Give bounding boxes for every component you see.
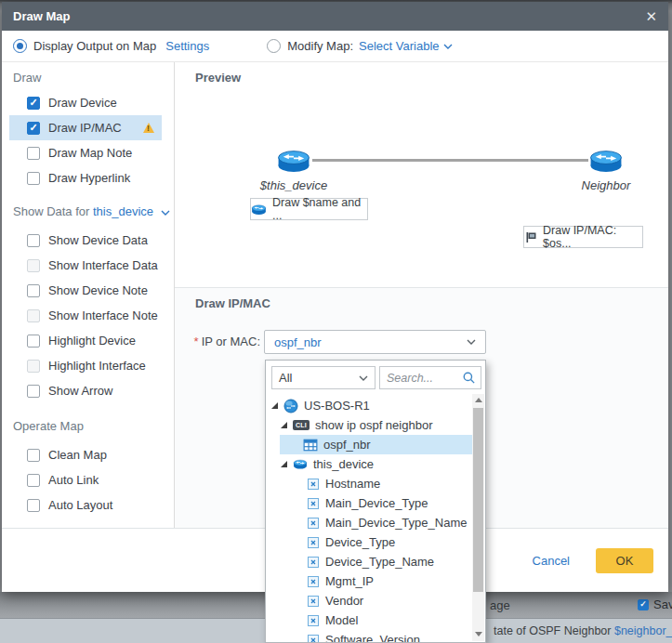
show-data-section-title: Show Data for this_device [13, 203, 174, 220]
operate-map-section-title: Operate Map [13, 418, 174, 435]
tree-scrollbar[interactable] [472, 394, 484, 641]
show-device-data-checkbox[interactable] [27, 234, 40, 247]
show-data-title-text: Show Data for [13, 204, 89, 218]
router-icon [251, 203, 267, 216]
sidebar-item-show-device-note[interactable]: Show Device Note [2, 278, 174, 303]
sidebar-item-auto-layout[interactable]: Auto Layout [2, 492, 174, 518]
variable-icon [307, 497, 320, 510]
draw-ipmac-action[interactable]: Draw IP/MAC: $os... [523, 226, 643, 248]
scroll-up-icon[interactable] [475, 398, 482, 402]
sidebar-item-show-device-data[interactable]: Show Device Data [2, 228, 174, 253]
tree-item-label: US-BOS-R1 [304, 399, 370, 413]
sidebar-item-show-interface-data[interactable]: Show Interface Data [2, 253, 174, 278]
chevron-down-icon [443, 44, 453, 49]
auto-link-checkbox[interactable] [27, 474, 40, 487]
select-variable-dropdown[interactable]: Select Variable [359, 39, 439, 53]
draw-ipmac-checkbox[interactable] [27, 122, 40, 135]
page: age Sav tate of OSPF Neighbor $neighbor_… [0, 0, 672, 643]
background-partial-text: age [490, 598, 510, 612]
tree-item-vendor[interactable]: Vendor [266, 591, 472, 610]
table-icon [303, 438, 318, 453]
search-box[interactable] [379, 366, 481, 389]
ok-button[interactable]: OK [596, 548, 653, 573]
auto-layout-checkbox[interactable] [27, 499, 40, 512]
draw-name-action[interactable]: Draw $name and ... [250, 198, 368, 220]
checkbox-label: Auto Link [48, 473, 99, 487]
save-label: Sav [653, 597, 672, 611]
background-variable-link[interactable]: $neighbor_id(US [614, 624, 672, 637]
search-icon[interactable] [462, 371, 476, 385]
sidebar-item-highlight-device[interactable]: Highlight Device [2, 328, 174, 353]
show-device-note-checkbox[interactable] [27, 284, 40, 297]
sidebar-item-draw-hyperlink[interactable]: Draw Hyperlink [2, 165, 174, 190]
clean-map-checkbox[interactable] [27, 449, 40, 462]
tree-item-model[interactable]: Model [266, 610, 472, 630]
checkbox-label: Draw Device [48, 96, 117, 110]
this-device-node-label: $this_device [229, 178, 359, 192]
chevron-down-icon [467, 339, 476, 345]
save-checkbox[interactable] [638, 599, 649, 610]
save-option[interactable]: Sav [638, 597, 672, 611]
tree-item-device-type[interactable]: Device_Type [266, 532, 472, 552]
filter-select[interactable]: All [271, 366, 376, 389]
combobox-value: ospf_nbr [274, 335, 322, 349]
tree-item-label: Software_Version [325, 633, 420, 642]
sidebar-item-draw-map-note[interactable]: Draw Map Note [2, 140, 174, 165]
router-icon[interactable] [588, 148, 624, 174]
tree-item-mgmt-ip[interactable]: Mgmt_IP [266, 571, 472, 591]
sidebar-item-show-arrow[interactable]: Show Arrow [2, 378, 174, 403]
tree-item-ospf-nbr[interactable]: ospf_nbr [280, 435, 472, 454]
checkbox-label: Show Interface Note [48, 308, 158, 322]
tree-item-software-version[interactable]: Software_Version [266, 630, 472, 642]
neighbor-node-label: Neighbor [541, 178, 671, 192]
settings-link[interactable]: Settings [165, 39, 209, 53]
draw-hyperlink-checkbox[interactable] [27, 172, 40, 185]
tree-item-main-device-type-name[interactable]: Main_Device_Type_Name [266, 513, 472, 532]
sidebar-item-show-interface-note[interactable]: Show Interface Note [2, 303, 174, 328]
draw-map-note-checkbox[interactable] [27, 147, 40, 160]
display-output-radio[interactable] [13, 39, 27, 53]
draw-section-title: Draw [13, 70, 174, 86]
link-line [312, 159, 588, 162]
show-arrow-checkbox[interactable] [27, 385, 40, 398]
expander-icon[interactable] [281, 461, 287, 467]
variable-icon [307, 478, 320, 491]
draw-device-checkbox[interactable] [27, 97, 40, 110]
variable-icon [307, 634, 320, 643]
close-icon[interactable]: ✕ [645, 8, 657, 25]
scrollbar-thumb[interactable] [473, 408, 483, 592]
expander-icon[interactable] [281, 422, 287, 428]
sidebar-item-clean-map[interactable]: Clean Map [2, 442, 174, 467]
device-icon [283, 399, 298, 413]
router-icon[interactable] [276, 148, 311, 174]
tree-item-label: Mgmt_IP [325, 574, 374, 588]
variable-icon [307, 536, 320, 549]
variable-icon [307, 614, 320, 627]
tree-item-label: Device_Type [325, 535, 395, 549]
tree-item-show-ip-ospf-neighbor[interactable]: CLI show ip ospf neighbor [266, 415, 472, 435]
tree-item-label: Vendor [325, 594, 363, 608]
tree-item-label: show ip ospf neighbor [315, 418, 432, 432]
tree-item-us-bos-r1[interactable]: US-BOS-R1 [266, 396, 472, 415]
this-device-link[interactable]: this_device [93, 204, 153, 218]
scroll-down-icon[interactable] [475, 632, 482, 636]
highlight-device-checkbox[interactable] [27, 335, 40, 348]
sidebar-item-auto-link[interactable]: Auto Link [2, 467, 174, 492]
tree-item-hostname[interactable]: Hostname [266, 474, 472, 493]
tree-item-this-device[interactable]: this_device [266, 454, 472, 474]
chevron-down-icon [161, 210, 170, 216]
draw-ipmac-title: Draw IP/MAC [195, 296, 270, 310]
sidebar-item-draw-device[interactable]: Draw Device [2, 90, 174, 115]
sidebar-item-draw-ipmac[interactable]: Draw IP/MAC [9, 115, 162, 140]
tree-item-device-type-name[interactable]: Device_Type_Name [266, 552, 472, 571]
expander-icon[interactable] [271, 402, 278, 409]
cancel-button[interactable]: Cancel [533, 554, 570, 568]
sidebar-item-highlight-interface[interactable]: Highlight Interface [2, 353, 174, 378]
variable-tree: US-BOS-R1 CLI show ip ospf neighbor ospf… [266, 394, 472, 642]
checkbox-label: Highlight Interface [48, 359, 146, 373]
search-input[interactable] [387, 372, 461, 385]
ip-or-mac-combobox[interactable]: ospf_nbr [264, 330, 486, 354]
tree-item-main-device-type[interactable]: Main_Device_Type [266, 493, 472, 513]
tree-item-label: Main_Device_Type [325, 496, 428, 510]
modify-map-radio[interactable] [267, 39, 281, 53]
